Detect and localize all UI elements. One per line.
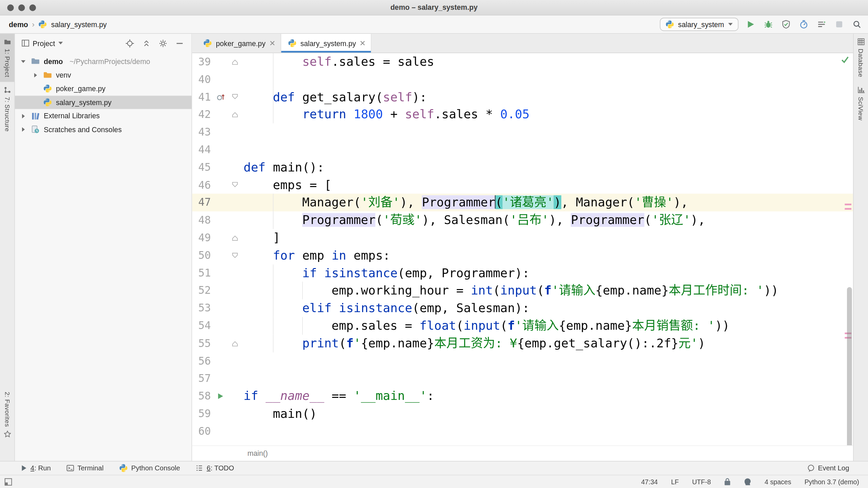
concurrency-icon[interactable] (817, 20, 826, 29)
code-line-39[interactable]: 39 self.sales = sales (192, 53, 853, 71)
python-interpreter[interactable]: Python 3.7 (demo) (805, 478, 859, 486)
code-text[interactable]: emps = [ (243, 176, 853, 194)
code-line-57[interactable]: 57 (192, 370, 853, 387)
tab-salary-system-py[interactable]: salary_system.py (281, 34, 372, 53)
fold-up-icon[interactable] (231, 234, 238, 241)
code-text[interactable] (243, 141, 853, 159)
zoom-button[interactable] (29, 4, 36, 11)
collapse-all-icon[interactable] (142, 39, 151, 47)
code-line-40[interactable]: 40 (192, 71, 853, 88)
minimize-button[interactable] (18, 4, 25, 11)
line-number[interactable]: 55 (192, 334, 211, 352)
breadcrumb-file[interactable]: salary_system.py (51, 20, 107, 28)
line-number[interactable]: 56 (192, 352, 211, 370)
run-gutter-icon[interactable] (216, 392, 224, 400)
code-text[interactable]: def get_salary(self): (243, 88, 853, 106)
close-tab-icon[interactable] (269, 40, 275, 46)
close-button[interactable] (7, 4, 14, 11)
line-number[interactable]: 48 (192, 211, 211, 229)
toolwindow-button-4-run[interactable]: 4: Run (21, 464, 51, 472)
code-text[interactable]: self.sales = sales (243, 53, 853, 71)
toolwindow-toggle-icon[interactable] (4, 478, 12, 486)
line-separator[interactable]: LF (671, 478, 679, 486)
code-line-54[interactable]: 54 emp.sales = float(input(f'请输入{emp.nam… (192, 317, 853, 334)
code-text[interactable]: return 1800 + self.sales * 0.05 (243, 106, 853, 123)
code-text[interactable]: if isinstance(emp, Programmer): (243, 264, 853, 282)
tree-item-external-libraries[interactable]: External Libraries (15, 109, 192, 123)
stripe-button-database[interactable]: Database (854, 34, 868, 82)
line-number[interactable]: 40 (192, 71, 211, 88)
highlighting-level-icon[interactable] (744, 477, 751, 486)
tree-arrow-icon[interactable] (19, 113, 27, 119)
line-number[interactable]: 53 (192, 300, 211, 317)
line-number[interactable]: 58 (192, 387, 211, 405)
run-config-selector[interactable]: salary_system (660, 18, 738, 31)
code-line-41[interactable]: 41 def get_salary(self): (192, 88, 853, 106)
settings-icon[interactable] (159, 39, 167, 47)
code-text[interactable] (243, 123, 853, 141)
indent-setting[interactable]: 4 spaces (765, 478, 791, 486)
code-line-50[interactable]: 50 for emp in emps: (192, 247, 853, 264)
stop-icon[interactable] (835, 20, 844, 29)
code-line-44[interactable]: 44 (192, 141, 853, 159)
code-text[interactable] (243, 71, 853, 88)
breadcrumb-project[interactable]: demo (9, 20, 28, 28)
file-encoding[interactable]: UTF-8 (692, 478, 711, 486)
code-line-51[interactable]: 51 if isinstance(emp, Programmer): (192, 264, 853, 282)
line-number[interactable]: 52 (192, 282, 211, 300)
code-text[interactable]: if __name__ == '__main__': (243, 387, 853, 405)
line-number[interactable]: 51 (192, 264, 211, 282)
code-line-43[interactable]: 43 (192, 123, 853, 141)
line-number[interactable]: 39 (192, 53, 211, 71)
code-line-47[interactable]: 47 Manager('刘备'), Programmer('诸葛亮'), Man… (192, 194, 853, 211)
code-line-49[interactable]: 49 ] (192, 229, 853, 247)
code-text[interactable] (243, 352, 853, 370)
line-number[interactable]: 47 (192, 194, 211, 211)
code-line-56[interactable]: 56 (192, 352, 853, 370)
override-method-icon[interactable] (216, 93, 225, 101)
line-number[interactable]: 50 (192, 247, 211, 264)
code-text[interactable] (243, 423, 853, 440)
code-line-53[interactable]: 53 elif isinstance(emp, Salesman): (192, 300, 853, 317)
code-line-42[interactable]: 42 return 1800 + self.sales * 0.05 (192, 106, 853, 123)
code-line-59[interactable]: 59 main() (192, 405, 853, 423)
toolwindow-button-terminal[interactable]: Terminal (66, 464, 104, 472)
toolwindow-button-6-todo[interactable]: 6: TODO (196, 464, 234, 472)
coverage-icon[interactable] (782, 20, 790, 29)
line-number[interactable]: 43 (192, 123, 211, 141)
fold-down-icon[interactable] (231, 94, 238, 101)
tree-item-poker-game-py[interactable]: poker_game.py (15, 82, 192, 96)
tree-item-salary-system-py[interactable]: salary_system.py (15, 96, 192, 109)
code-line-58[interactable]: 58if __name__ == '__main__': (192, 387, 853, 405)
stripe-button-1-project[interactable]: 1: Project (0, 34, 14, 82)
project-panel-title[interactable]: Project (33, 39, 55, 47)
caret-position[interactable]: 47:34 (641, 478, 658, 486)
code-text[interactable]: main() (243, 405, 853, 423)
fold-up-icon[interactable] (231, 340, 238, 347)
line-number[interactable]: 44 (192, 141, 211, 159)
line-number[interactable]: 49 (192, 229, 211, 247)
code-text[interactable] (243, 370, 853, 387)
code-line-60[interactable]: 60 (192, 423, 853, 440)
tree-arrow-icon[interactable] (19, 59, 27, 64)
code-editor[interactable]: 39 self.sales = sales4041 def get_salary… (192, 53, 853, 440)
fold-up-icon[interactable] (231, 111, 238, 118)
line-number[interactable]: 54 (192, 317, 211, 334)
code-line-45[interactable]: 45def main(): (192, 159, 853, 176)
code-text[interactable]: Programmer('荀彧'), Salesman('吕布'), Progra… (243, 211, 853, 229)
line-number[interactable]: 45 (192, 159, 211, 176)
stripe-button-2-favorites[interactable]: 2: Favorites (0, 387, 14, 442)
readonly-lock-icon[interactable] (724, 477, 731, 486)
run-icon[interactable] (746, 20, 755, 29)
tree-item-venv[interactable]: venv (15, 68, 192, 82)
tree-arrow-icon[interactable] (32, 73, 39, 78)
code-text[interactable]: ] (243, 229, 853, 247)
toolwindow-button-python-console[interactable]: Python Console (119, 464, 180, 472)
tree-item-demo[interactable]: demo~/PycharmProjects/demo (15, 55, 192, 68)
debug-icon[interactable] (764, 20, 773, 29)
line-number[interactable]: 60 (192, 423, 211, 440)
fold-up-icon[interactable] (231, 58, 238, 65)
code-line-46[interactable]: 46 emps = [ (192, 176, 853, 194)
close-tab-icon[interactable] (360, 40, 365, 46)
line-number[interactable]: 59 (192, 405, 211, 423)
